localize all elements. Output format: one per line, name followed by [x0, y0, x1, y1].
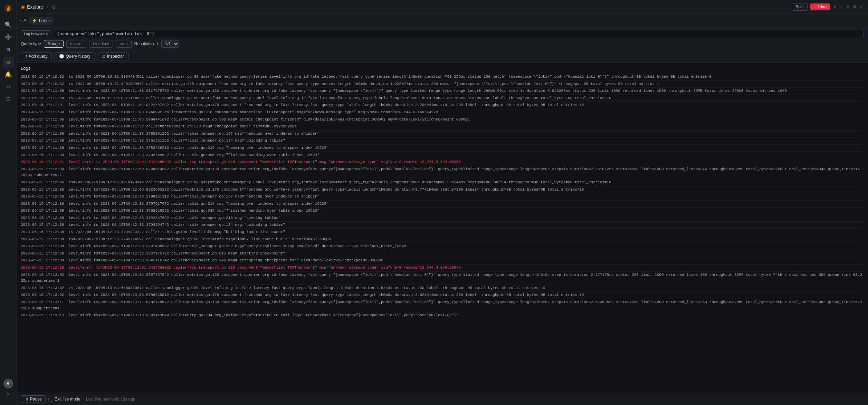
info-icon[interactable]: ℹ: [833, 3, 837, 10]
log-line: 2023-06-15 17:12:38 ts=2023-06-15T09:12:…: [21, 236, 864, 243]
bottom-bar: ⏸ Pause Exit live mode Last line receive…: [17, 393, 868, 405]
split-button[interactable]: Split: [792, 3, 807, 11]
panel-header: ▾ A ⚡ Loki ▾: [17, 14, 868, 28]
query-type-label: Query type: [21, 41, 41, 46]
inspector-button[interactable]: ⊙ Inspector: [98, 52, 128, 60]
app-title: Explore: [27, 4, 43, 10]
log-line: 2023-06-15 17:12:38 ts=2023-06-15T09:12:…: [21, 229, 864, 236]
log-line: 2023-06-15 17:12:38 level=info ts=2023-0…: [21, 215, 864, 222]
range-tab[interactable]: Range: [44, 40, 64, 48]
pause-icon: ⏸: [25, 397, 29, 402]
log-line: 2023-06-15 17:11:38 level=info ts=2023-0…: [21, 131, 864, 138]
datasource-name: Loki: [39, 18, 47, 23]
loki-icon: ⚡: [32, 18, 37, 23]
resolution-select[interactable]: 1/1: [161, 40, 179, 48]
exit-live-label: Exit live mode: [55, 397, 80, 402]
log-line: 2023-06-15 17:13:02 level=info ts=2023-0…: [21, 292, 864, 299]
query-input-row: Log browser >: [21, 30, 864, 38]
sidebar: 🔍 ➕ ⊞ ◎ 🔔 ⚙ 🛡 G ?: [0, 0, 17, 405]
log-browser-button[interactable]: Log browser >: [21, 30, 51, 37]
log-line: 2023-06-15 17:11:38 level=info ts=2023-0…: [21, 152, 864, 159]
breadcrumb-sep: ›: [47, 4, 48, 10]
panel-collapse-icon[interactable]: ▾: [19, 19, 21, 23]
sidebar-item-help[interactable]: ?: [3, 390, 14, 401]
query-history-button[interactable]: 🕐 Query history: [55, 52, 95, 60]
user-avatar[interactable]: G: [3, 379, 13, 388]
instant-tab[interactable]: Instant: [66, 40, 86, 48]
app-title-area: ◉ Explore › ⊕: [21, 4, 56, 10]
log-line: 2023-06-15 17:11:00 level=info ts=2023-0…: [21, 109, 864, 116]
inspector-icon: ⊙: [102, 54, 106, 59]
topbar: ◉ Explore › ⊕ Split Live ℹ ⇗ ⚙ ⊡ ✕: [17, 0, 868, 14]
log-line: 2023-06-15 17:10:32 ts=2023-06-15T09:10:…: [21, 81, 864, 88]
log-line: 2023-06-15 17:11:38 level=info ts=2023-0…: [21, 123, 864, 131]
log-line: 2023-06-15 17:12:38 level=info ts=2023-0…: [21, 201, 864, 208]
datasource-selector[interactable]: ⚡ Loki ▾: [29, 17, 53, 25]
datasource-chevron: ▾: [49, 19, 50, 22]
sidebar-item-search[interactable]: 🔍: [3, 19, 14, 30]
app-logo: [3, 3, 14, 14]
close-icon[interactable]: ✕: [859, 3, 864, 10]
log-line: 2023-06-15 17:12:38 level=info ts=2023-0…: [21, 243, 864, 250]
live-dot: [814, 6, 816, 8]
log-line: 2023-06-15 17:12:38 level=info ts=2023-0…: [21, 208, 864, 215]
live-button[interactable]: Live: [810, 3, 830, 10]
log-line: 2023-06-15 17:10:32 ts=2023-06-15T09:10:…: [21, 74, 864, 81]
share-link-icon[interactable]: ⇗: [839, 3, 844, 10]
sidebar-item-add[interactable]: ➕: [3, 32, 14, 43]
main-content: ◉ Explore › ⊕ Split Live ℹ ⇗ ⚙ ⊡ ✕ ▾ A ⚡: [17, 0, 868, 405]
live-status: Last line received: 13s ago: [86, 397, 135, 402]
checkbox-icon: [48, 397, 53, 402]
sidebar-item-dashboards[interactable]: ⊞: [3, 44, 14, 55]
log-line: 2023-06-15 17:12:00 level=info ts=2023-0…: [21, 166, 864, 179]
panel-label: A: [23, 18, 26, 23]
log-line: 2023-06-15 17:11:38 level=info ts=2023-0…: [21, 145, 864, 152]
log-line: 2023-06-15 17:13:13 level=info ts=2023-0…: [21, 312, 864, 319]
sidebar-item-shield[interactable]: 🛡: [3, 94, 14, 105]
log-line: 2023-06-15 17:11:08 level=info ts=2023-0…: [21, 88, 864, 95]
log-line: 2023-06-15 17:11:01 level=info ts=2023-0…: [21, 102, 864, 109]
exit-live-button[interactable]: Exit live mode: [48, 397, 80, 402]
logs-container[interactable]: Logs 2023-06-15 17:10:32 ts=2023-06-15T0…: [17, 63, 868, 393]
auto-tab[interactable]: auto: [116, 40, 131, 48]
log-line: 2023-06-15 17:13:11 level=info ts=2023-0…: [21, 299, 864, 312]
share-icon: ⊕: [52, 4, 56, 10]
query-controls-row: Query type Range Instant Line limit auto…: [21, 40, 864, 48]
log-line: 2023-06-15 17:12:01 level=error ts=2023-…: [21, 159, 864, 166]
log-line: 2023-06-15 17:13:02 level=info ts=2023-0…: [21, 272, 864, 285]
log-line: 2023-06-15 17:12:38 level=info ts=2023-0…: [21, 222, 864, 229]
log-line: 2023-06-15 17:12:06 ts=2023-06-15T09:12:…: [21, 179, 864, 186]
log-line: 2023-06-15 17:11:08 ts=2023-06-15T09:11:…: [21, 95, 864, 102]
gear-icon[interactable]: ⚙: [845, 3, 850, 10]
topbar-right: Split Live ℹ ⇗ ⚙ ⊡ ✕: [792, 3, 864, 11]
log-line: 2023-06-15 17:12:38 level=info ts=2023-0…: [21, 250, 864, 258]
resolution-info-icon[interactable]: ℹ: [157, 41, 159, 47]
pause-button[interactable]: ⏸ Pause: [21, 395, 46, 403]
log-line: 2023-06-15 17:13:02 ts=2023-06-15T09:13:…: [21, 285, 864, 292]
topbar-icons: ℹ ⇗ ⚙ ⊡ ✕: [833, 3, 864, 10]
inspector-label: Inspector: [107, 54, 124, 59]
log-lines-container: 2023-06-15 17:10:32 ts=2023-06-15T09:10:…: [21, 74, 864, 319]
log-line: 2023-06-15 17:12:38 level=info ts=2023-0…: [21, 193, 864, 201]
sidebar-bottom: G ?: [3, 379, 14, 405]
sidebar-item-alerts[interactable]: 🔔: [3, 69, 14, 80]
add-query-button[interactable]: + Add query: [21, 52, 52, 60]
sidebar-item-settings[interactable]: ⚙: [3, 81, 14, 93]
log-line: 2023-06-15 17:11:06 level=info ts=2023-0…: [21, 116, 864, 124]
live-label: Live: [818, 4, 827, 9]
pause-label: Pause: [30, 397, 42, 402]
log-line: 2023-06-15 17:12:38 level=error ts=2023-…: [21, 264, 864, 272]
sidebar-item-explore[interactable]: ◎: [3, 57, 14, 68]
log-line: 2023-06-15 17:11:38 level=info ts=2023-0…: [21, 137, 864, 145]
query-bar: Log browser > Query type Range Instant L…: [17, 28, 868, 50]
layout-icon[interactable]: ⊡: [852, 3, 857, 10]
line-limit-tab[interactable]: Line limit: [89, 40, 113, 48]
logs-header: Logs: [21, 66, 864, 71]
log-line: 2023-06-15 17:12:06 level=info ts=2023-0…: [21, 186, 864, 194]
query-history-label: Query history: [66, 54, 90, 59]
query-input[interactable]: [54, 30, 864, 38]
resolution-label: Resolution: [134, 41, 154, 46]
log-line: 2023-06-15 17:12:38 level=info ts=2023-0…: [21, 257, 864, 264]
explore-icon: ◉: [21, 4, 25, 10]
action-row: + Add query 🕐 Query history ⊙ Inspector: [17, 50, 868, 63]
